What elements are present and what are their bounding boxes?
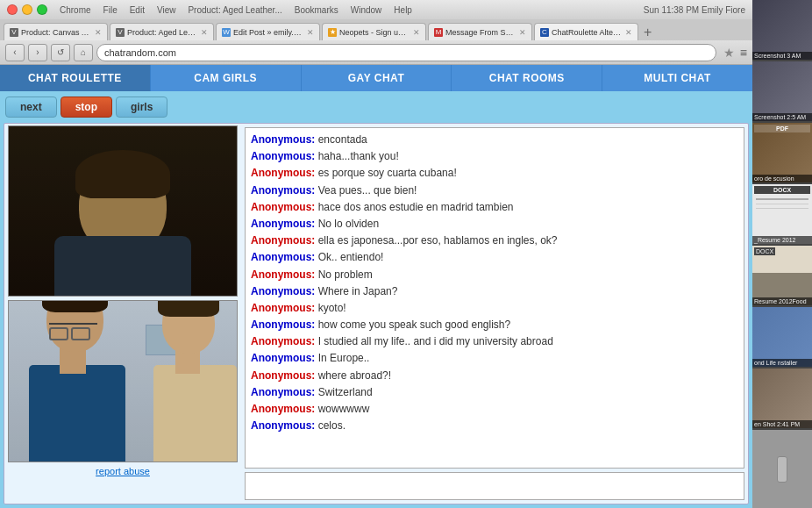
tab-favicon-edit: W bbox=[222, 28, 231, 37]
menu-bookmarks[interactable]: Bookmarks bbox=[295, 5, 338, 15]
tab-close-canvas[interactable]: ✕ bbox=[95, 28, 102, 37]
tab-label-chatroulette: ChatRoulette Alternativ... bbox=[552, 28, 622, 37]
tab-edit[interactable]: W Edit Post » emily.media... ✕ bbox=[216, 23, 320, 40]
msg-8: Anonymous: Ok.. entiendo! bbox=[251, 249, 738, 266]
thumb-screenshot-pm[interactable]: en Shot 2:41 PM bbox=[752, 368, 812, 430]
menu-help[interactable]: Help bbox=[394, 5, 412, 15]
msg-12-user: Anonymous: bbox=[251, 318, 315, 331]
tab-label-canvas: Product: Canvas Authe... bbox=[21, 28, 91, 37]
chat-messages: Anonymous: encontada Anonymous: haha...t… bbox=[245, 127, 744, 469]
msg-17-text: wowwwww bbox=[318, 403, 370, 415]
tab-close-edit[interactable]: ✕ bbox=[307, 28, 314, 37]
forward-button[interactable]: › bbox=[28, 44, 47, 61]
msg-1: Anonymous: encontada bbox=[251, 132, 738, 148]
chrome-label: Chrome bbox=[60, 5, 91, 15]
menu-view[interactable]: View bbox=[157, 5, 176, 15]
msg-3-text: es porque soy cuarta cubana! bbox=[318, 167, 457, 179]
back-button[interactable]: ‹ bbox=[5, 44, 25, 61]
home-button[interactable]: ⌂ bbox=[74, 44, 93, 61]
msg-5: Anonymous: hace dos anos estudie en madr… bbox=[251, 199, 738, 216]
nav-chat-roulette[interactable]: CHAT ROULETTE bbox=[0, 65, 151, 91]
menu-file[interactable]: File bbox=[103, 5, 118, 15]
msg-14: Anonymous: In Europe.. bbox=[251, 350, 738, 367]
tab-chatroulette[interactable]: C ChatRoulette Alternativ... ✕ bbox=[534, 23, 638, 40]
chat-panel: Anonymous: encontada Anonymous: haha...t… bbox=[241, 124, 748, 504]
thumb-resume2[interactable]: DOCX Resume 2012Food bbox=[752, 246, 812, 307]
thumb-oro[interactable]: PDF oro de scusion bbox=[752, 123, 812, 184]
refresh-button[interactable]: ↺ bbox=[51, 44, 70, 61]
close-button[interactable] bbox=[7, 4, 18, 15]
nav-multi-chat[interactable]: MULTI CHAT bbox=[602, 65, 752, 91]
sidebar-scrollbar-thumb[interactable] bbox=[777, 456, 787, 483]
maximize-button[interactable] bbox=[37, 4, 47, 15]
url-text: chatrandom.com bbox=[104, 47, 176, 58]
nav-gay-chat[interactable]: GAY CHAT bbox=[302, 65, 452, 91]
msg-3: Anonymous: es porque soy cuarta cubana! bbox=[251, 165, 738, 182]
msg-16: Anonymous: Switzerland bbox=[251, 384, 738, 401]
msg-13-text: I studied all my life.. and i did my uni… bbox=[318, 335, 553, 347]
tab-label-neopets: Neopets - Sign up with... bbox=[339, 28, 410, 37]
tab-label-message: Message From Second... bbox=[445, 28, 516, 37]
tab-close-chatroulette[interactable]: ✕ bbox=[625, 28, 632, 37]
tab-close-neopets[interactable]: ✕ bbox=[413, 28, 420, 37]
sidebar-scroll[interactable] bbox=[752, 430, 812, 508]
msg-18: Anonymous: celos. bbox=[251, 418, 738, 434]
girls-button[interactable]: girls bbox=[116, 97, 167, 118]
msg-5-text: hace dos anos estudie en madrid tambien bbox=[318, 201, 514, 213]
thumb-label-5: Resume 2012Food bbox=[752, 297, 812, 305]
video-bottom bbox=[8, 300, 238, 462]
tab-close-message[interactable]: ✕ bbox=[519, 28, 526, 37]
website-content: CHAT ROULETTE CAM GIRLS GAY CHAT CHAT RO… bbox=[0, 65, 752, 508]
minimize-button[interactable] bbox=[22, 4, 32, 15]
tab-message[interactable]: M Message From Second... ✕ bbox=[428, 23, 532, 40]
tab-canvas[interactable]: V Product: Canvas Authe... ✕ bbox=[4, 23, 108, 40]
bookmark-star[interactable]: ★ bbox=[723, 46, 735, 60]
msg-3-user: Anonymous: bbox=[251, 167, 315, 179]
msg-7: Anonymous: ella es japonesa...por eso, h… bbox=[251, 233, 738, 249]
tab-bar: V Product: Canvas Authe... ✕ V Product: … bbox=[0, 19, 752, 40]
nav-chat-rooms[interactable]: CHAT ROOMS bbox=[452, 65, 602, 91]
msg-2-user: Anonymous: bbox=[251, 150, 315, 162]
tab-close-leather[interactable]: ✕ bbox=[201, 28, 208, 37]
msg-16-user: Anonymous: bbox=[251, 386, 315, 398]
thumb-screenshot-2[interactable]: Screenshot 2:5 AM bbox=[752, 61, 812, 123]
menu-button[interactable]: ≡ bbox=[740, 46, 747, 60]
msg-13-user: Anonymous: bbox=[251, 335, 315, 347]
msg-17-user: Anonymous: bbox=[251, 403, 315, 415]
thumb-label-1: Screenshot 3 AM bbox=[752, 52, 812, 60]
msg-18-text: celos. bbox=[318, 419, 345, 432]
msg-9-text: No problem bbox=[318, 268, 373, 281]
msg-11-user: Anonymous: bbox=[251, 302, 315, 314]
tab-label-leather: Product: Aged Leather... bbox=[127, 28, 197, 37]
msg-14-user: Anonymous: bbox=[251, 352, 315, 364]
next-button[interactable]: next bbox=[5, 97, 57, 118]
msg-6: Anonymous: No lo olviden bbox=[251, 216, 738, 233]
msg-6-user: Anonymous: bbox=[251, 218, 315, 230]
report-abuse-link[interactable]: report abuse bbox=[8, 462, 238, 480]
msg-6-text: No lo olviden bbox=[318, 218, 379, 230]
site-nav: CHAT ROULETTE CAM GIRLS GAY CHAT CHAT RO… bbox=[0, 65, 752, 91]
tab-neopets[interactable]: ★ Neopets - Sign up with... ✕ bbox=[322, 23, 426, 40]
stop-button[interactable]: stop bbox=[61, 97, 112, 118]
msg-7-text: ella es japonesa...por eso, hablamos en … bbox=[318, 234, 558, 247]
tab-favicon-canvas: V bbox=[10, 28, 18, 37]
thumb-screenshot-3am[interactable]: Screenshot 3 AM bbox=[752, 0, 812, 61]
thumb-secondlife[interactable]: ond Life nstaller bbox=[752, 307, 812, 368]
menu-history[interactable]: Product: Aged Leather... bbox=[188, 5, 281, 15]
address-bar[interactable]: chatrandom.com bbox=[96, 44, 716, 61]
thumb-label-4: _Resume 2012 bbox=[752, 236, 812, 244]
menu-edit[interactable]: Edit bbox=[130, 5, 145, 15]
tab-leather[interactable]: V Product: Aged Leather... ✕ bbox=[110, 23, 214, 40]
msg-15: Anonymous: where abroad?! bbox=[251, 368, 738, 384]
thumb-resume1[interactable]: DOCX _Resume 2012 bbox=[752, 184, 812, 246]
nav-multi-chat-label: MULTI CHAT bbox=[644, 72, 711, 84]
msg-8-text: Ok.. entiendo! bbox=[318, 251, 384, 263]
menu-window[interactable]: Window bbox=[351, 5, 382, 15]
msg-13: Anonymous: I studied all my life.. and i… bbox=[251, 333, 738, 350]
nav-cam-girls[interactable]: CAM GIRLS bbox=[151, 65, 302, 91]
tab-favicon-leather: V bbox=[116, 28, 125, 37]
video-top bbox=[8, 125, 238, 297]
chat-input[interactable] bbox=[249, 480, 740, 492]
new-tab-button[interactable]: + bbox=[644, 25, 652, 40]
chat-input-area[interactable] bbox=[245, 472, 744, 500]
